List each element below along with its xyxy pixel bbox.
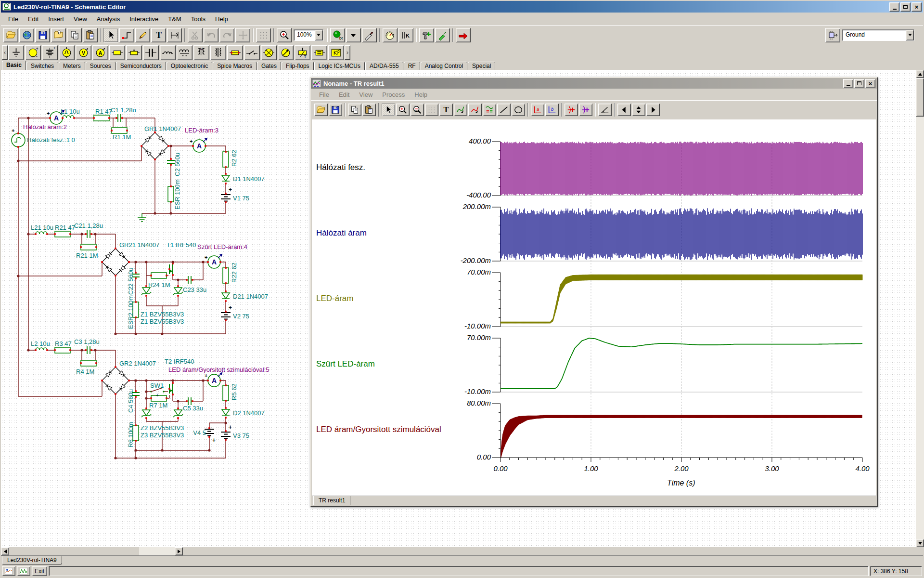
diagram-maximize-button[interactable] [854, 79, 864, 88]
diagram-curve-marker-b-button[interactable] [468, 104, 482, 116]
tab-flip-flops[interactable]: Flip-flops [282, 62, 314, 70]
diagram-plot-area[interactable]: Hálózati fesz.400.00-400.00Hálózati áram… [312, 119, 876, 497]
sheet-tab[interactable]: Led230V-rol-TINA9 [2, 556, 62, 565]
diagram-curve-marker-a-button[interactable] [454, 104, 467, 116]
component-battery-button[interactable]: + [42, 45, 58, 60]
zoom-level-combo[interactable]: 100% [294, 29, 323, 41]
scroll-right-button[interactable] [175, 547, 183, 555]
component-fuse-button[interactable] [227, 45, 243, 60]
component-voltage-regulator-button[interactable] [311, 45, 327, 60]
component-tapped-inductor-button[interactable] [177, 45, 192, 60]
component-inductor-button[interactable] [160, 45, 176, 60]
component-voltage-generator-button[interactable] [59, 45, 75, 60]
maximize-button[interactable] [900, 2, 911, 12]
component-potentiometer-button[interactable] [126, 45, 142, 60]
diagram-titlebar[interactable]: Noname - TR result1 × [311, 78, 877, 89]
diagram-text-tool-button[interactable]: T [439, 104, 453, 116]
menu-interactive[interactable]: Interactive [125, 14, 163, 24]
horizontal-scroll-thumb[interactable] [9, 547, 139, 555]
menu-help[interactable]: Help [211, 14, 232, 24]
component-switch-button[interactable] [244, 45, 260, 60]
menu-tm[interactable]: T&M [164, 14, 185, 24]
close-button[interactable]: × [911, 2, 922, 12]
diagram-legend-tool-button[interactable] [483, 104, 496, 116]
tab-logic-ics-mcus[interactable]: Logic ICs-MCUs [314, 62, 365, 70]
save-file-button[interactable] [35, 28, 50, 42]
component-filter-combo[interactable]: Ground [842, 29, 914, 41]
diagram-paste-diagram-button[interactable] [362, 104, 376, 116]
tab-ad-da-555[interactable]: AD/DA-555 [365, 62, 403, 70]
diagram-copy-diagram-button[interactable] [348, 104, 361, 116]
diagram-ellipse-tool-button[interactable] [512, 104, 525, 116]
tab-rf[interactable]: RF [404, 62, 420, 70]
copy-button[interactable] [67, 28, 82, 42]
wire-tool-button[interactable] [119, 28, 134, 42]
tab-tr-result1[interactable]: TR result1 [313, 496, 350, 505]
exit-button[interactable]: Exit [32, 566, 47, 576]
menu-edit[interactable]: Edit [24, 14, 43, 24]
diagram-line-tool-button[interactable] [497, 104, 511, 116]
grid-toggle-button[interactable] [256, 28, 271, 42]
open-file-button[interactable] [3, 28, 18, 42]
component-transformer-button[interactable]: M [193, 45, 209, 60]
select-cursor-button[interactable] [103, 28, 118, 42]
component-lamp-button[interactable] [261, 45, 277, 60]
dimension-tool-button[interactable] [167, 28, 182, 42]
diagram-close-button[interactable]: × [865, 79, 875, 88]
diagram-add-cursor-a-button[interactable] [565, 104, 578, 116]
interactive-mode-dropdown-button[interactable] [346, 28, 361, 42]
tab-special[interactable]: Special [468, 62, 495, 70]
vertical-scroll-thumb[interactable] [916, 78, 924, 117]
probe-tool-button[interactable] [362, 28, 377, 42]
diagram-zoom-out-100-button[interactable]: 100% [411, 104, 424, 116]
pin-tool-button[interactable]: K [398, 28, 413, 42]
diagram-zoom-in-button[interactable] [396, 104, 410, 116]
component-optocoupler-button[interactable] [328, 45, 344, 60]
tab-semiconductors[interactable]: Semiconductors [116, 62, 166, 70]
quick-view-button[interactable] [2, 566, 15, 576]
diagram-curve-spinner-button[interactable] [632, 104, 645, 116]
component-voltage-source-button[interactable]: +- [25, 45, 41, 60]
component-coupled-coils-button[interactable] [210, 45, 226, 60]
diagram-slope-tool-button[interactable] [598, 104, 612, 116]
schematic-workarea[interactable]: +A+A+A+A++++++Hálózati áram:2Hálózati fe… [1, 70, 916, 547]
menu-tools[interactable]: Tools [187, 14, 210, 24]
text-tool-button[interactable]: T [151, 28, 166, 42]
diagram-menu-help[interactable]: Help [410, 90, 432, 100]
diagram-window[interactable]: Noname - TR result1 × FileEditViewProces… [310, 77, 878, 507]
paste-button[interactable] [83, 28, 98, 42]
component-voltmeter-button[interactable]: V [76, 45, 91, 60]
component-capacitor-button[interactable] [143, 45, 159, 60]
diagram-next-curve-button[interactable] [646, 104, 660, 116]
build-tool-button[interactable] [419, 28, 434, 42]
tab-optoelectronic[interactable]: Optoelectronic [167, 62, 212, 70]
scroll-up-button[interactable] [916, 70, 924, 78]
component-ground-button[interactable] [8, 45, 24, 60]
vertical-scrollbar[interactable] [916, 70, 924, 547]
zoom-dropdown-button[interactable] [315, 30, 323, 40]
diagram-open-diagram-button[interactable] [314, 104, 328, 116]
horizontal-scrollbar[interactable] [1, 547, 183, 555]
zoom-tool-button[interactable] [277, 28, 292, 42]
component-ammeter-button[interactable]: A [92, 45, 108, 60]
diagram-prev-curve-button[interactable] [617, 104, 631, 116]
diagram-menu-file[interactable]: File [315, 90, 334, 100]
tab-switches[interactable]: Switches [26, 62, 58, 70]
scroll-left-button[interactable] [1, 547, 9, 555]
diagram-minimize-button[interactable] [843, 79, 853, 88]
minimize-button[interactable] [889, 2, 899, 12]
signal-probe-button[interactable] [435, 28, 450, 42]
interactive-dc-button[interactable]: DC [330, 28, 345, 42]
component-jump-button[interactable] [825, 28, 840, 42]
diagram-quick-button[interactable] [17, 566, 30, 576]
diagram-menu-process[interactable]: Process [378, 90, 409, 100]
diagram-cursor-a-axis-button[interactable]: a [531, 104, 544, 116]
component-current-source-button[interactable] [278, 45, 294, 60]
diagram-cursor-mode-button[interactable] [382, 104, 395, 116]
component-scroll-right[interactable]: › [345, 45, 350, 60]
component-trimmer-button[interactable]: T [295, 45, 310, 60]
menu-view[interactable]: View [69, 14, 91, 24]
component-resistor-button[interactable] [109, 45, 125, 60]
component-scroll-left[interactable]: ‹ [2, 45, 8, 60]
main-titlebar[interactable]: Led230V-rol-TINA9 - Schematic Editor × [1, 1, 923, 13]
